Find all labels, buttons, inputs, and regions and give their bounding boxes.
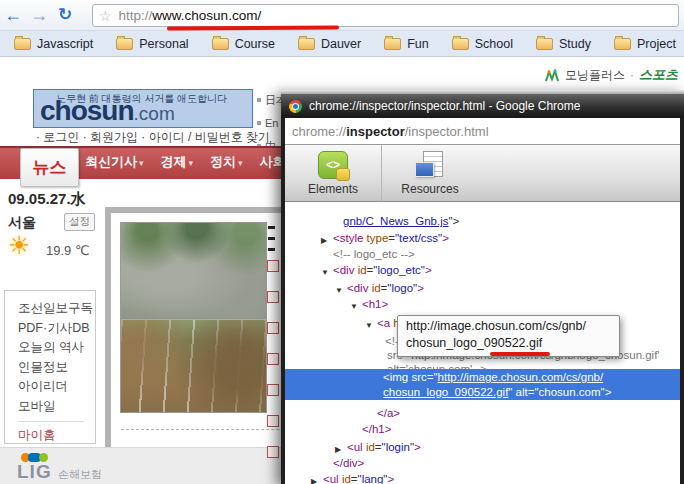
tab-label: Elements <box>308 182 358 196</box>
inspector-window[interactable]: chrome://inspector/inspector.html - Goog… <box>281 90 684 484</box>
inspector-title-bar[interactable]: chrome://inspector/inspector.html - Goog… <box>281 94 684 118</box>
tab-label: Resources <box>401 182 458 196</box>
chosun-logo-highlighted[interactable]: 노무현 前 대통령의 서거를 애도합니다 chosun.com <box>33 89 253 128</box>
bookmark-label: Study <box>559 37 591 51</box>
thumbnail-icon[interactable] <box>267 260 279 272</box>
disclosure-closed-icon[interactable]: ▶ <box>335 442 341 457</box>
sports-link[interactable]: 스포츠 <box>639 66 678 84</box>
nav-item[interactable]: 정치 <box>210 153 243 171</box>
tooltip-line: chosun_logo_090522.gif <box>406 335 611 352</box>
lig-logo-text: LIG 손해보험 <box>17 461 102 483</box>
url-host: www.chosun.com/ <box>152 8 261 23</box>
url-scheme: http:// <box>119 8 153 23</box>
bookmark-star-icon[interactable]: ☆ <box>99 8 112 24</box>
weather-setting-button[interactable]: 설정 <box>64 213 95 231</box>
side-menu-item[interactable]: 인물정보 <box>18 358 95 378</box>
window-title: chrome://inspector/inspector.html - Goog… <box>309 99 580 113</box>
dom-tree-node[interactable]: </h1> <box>285 422 680 437</box>
elements-icon: <> <box>318 151 348 179</box>
resources-icon <box>415 151 445 179</box>
disclosure-open-icon[interactable]: ▼ <box>365 318 373 333</box>
bookmark-folder[interactable]: School <box>452 37 513 51</box>
bookmark-folder[interactable]: Javascript <box>14 37 93 51</box>
forward-icon[interactable]: → <box>26 2 52 28</box>
browser-toolbar: ← → ↻ ☆ http://www.chosun.com/ <box>0 0 684 31</box>
thumbnail-icon[interactable] <box>267 353 279 365</box>
photo-rocks <box>121 223 266 319</box>
thumbnail-icon[interactable] <box>267 291 279 303</box>
thumbnail-icon[interactable] <box>267 446 279 458</box>
divider <box>18 421 84 422</box>
side-menu-item[interactable]: 모바일 <box>18 397 95 417</box>
folder-icon <box>212 38 229 50</box>
nav-item[interactable]: 경제 <box>161 153 194 171</box>
folder-icon <box>384 38 401 50</box>
bookmark-folder[interactable]: Dauver <box>298 37 361 51</box>
bookmark-folder[interactable]: Study <box>536 37 591 51</box>
folder-icon <box>14 38 31 50</box>
dom-tree-node[interactable]: gnb/C_News_Gnb.js"> <box>285 214 680 229</box>
thumbnail-icon[interactable] <box>267 415 279 427</box>
tooltip-line: http://image.chosun.com/cs/gnb/ <box>406 318 611 335</box>
dom-tree-node[interactable]: <!-- logo_etc --> <box>285 247 680 262</box>
thumbnail-icon[interactable] <box>267 322 279 334</box>
side-menu-item[interactable]: 아이리더 <box>18 377 95 397</box>
back-icon[interactable]: ← <box>0 2 26 28</box>
bookmark-label: Fun <box>407 37 429 51</box>
morningplus-link[interactable]: 모닝플러스 <box>565 67 625 84</box>
reload-icon[interactable]: ↻ <box>52 2 78 28</box>
address-bar[interactable]: ☆ http://www.chosun.com/ <box>92 4 679 27</box>
dom-tree-node[interactable]: ▼<div id="logo_etc"> <box>285 263 680 278</box>
bookmark-label: Project <box>637 37 676 51</box>
bookmark-folder[interactable]: Course <box>212 37 275 51</box>
folder-icon <box>536 38 553 50</box>
disclosure-closed-icon[interactable]: ▶ <box>311 474 317 484</box>
bookmark-folder[interactable]: Fun <box>384 37 429 51</box>
nav-item[interactable]: 최신기사 <box>85 153 144 171</box>
side-menu-item[interactable]: PDF·기사DB <box>18 319 95 339</box>
folder-icon <box>116 38 133 50</box>
red-annotation-tooltip-underline <box>490 352 550 356</box>
bookmark-label: Personal <box>139 37 188 51</box>
inspector-address-bar[interactable]: chrome://inspector/inspector.html <box>285 118 680 145</box>
sun-icon: ☀ <box>8 231 30 260</box>
disclosure-open-icon[interactable]: ▼ <box>350 299 358 314</box>
disclosure-open-icon[interactable]: ▼ <box>321 265 329 280</box>
thumbnail-icon[interactable] <box>267 384 279 396</box>
dom-tree-node[interactable]: ▶<ul id="lang"> <box>285 472 680 484</box>
bookmark-folder[interactable]: Personal <box>116 37 188 51</box>
news-tab[interactable]: 뉴스 <box>20 148 79 187</box>
myhome-link[interactable]: 마이홈 <box>18 426 95 444</box>
chrome-icon <box>289 100 302 113</box>
dom-tree-node[interactable]: ▼<h1> <box>285 297 680 312</box>
chosun-logo-text: chosun.com <box>40 96 175 128</box>
login-links[interactable]: · 로그인 · 회원가입 · 아이디 / 비밀번호 찾기 <box>36 129 270 146</box>
dom-tree-node-selected[interactable]: <img src="http://image.chosun.com/cs/gnb… <box>285 369 680 400</box>
bookmark-label: Javascript <box>37 37 93 51</box>
side-menu-item[interactable]: 조선일보구독 <box>18 299 95 319</box>
list-bullets <box>268 226 275 259</box>
square-bullet-icon <box>257 121 261 125</box>
bookmark-label: Course <box>235 37 275 51</box>
tab-resources[interactable]: Resources <box>382 145 478 201</box>
weather-city: 서울 <box>8 214 36 232</box>
site-utility-bar: 모닝플러스 · 스포츠 <box>544 66 678 84</box>
dom-tree-node[interactable]: ▼<div id="logo"> <box>285 281 680 296</box>
folder-icon <box>452 38 469 50</box>
dom-tree-node[interactable]: ▶<ul id="login"> <box>285 440 680 455</box>
separator-dot: · <box>630 68 634 82</box>
image-url-tooltip: http://image.chosun.com/cs/gnb/ chosun_l… <box>397 315 620 357</box>
side-menu-item[interactable]: 오늘의 역사 <box>18 338 95 358</box>
article-photo <box>120 222 267 413</box>
dom-tree-node[interactable]: ▶<style type="text/css"> <box>285 231 680 246</box>
date-display: 09.05.27.水 <box>8 190 86 209</box>
bookmark-folder[interactable]: Project <box>614 37 676 51</box>
folder-icon <box>298 38 315 50</box>
disclosure-open-icon[interactable]: ▼ <box>335 283 343 298</box>
disclosure-closed-icon[interactable]: ▶ <box>321 233 327 248</box>
side-menu: 조선일보구독 PDF·기사DB 오늘의 역사 인물정보 아이리더 모바일 마이홈 <box>4 290 96 444</box>
dom-tree-node[interactable]: </div> <box>285 456 680 471</box>
dom-tree-node[interactable]: </a> <box>285 406 680 421</box>
inspector-toolbar: <> Elements Resources <box>285 145 680 202</box>
tab-elements[interactable]: <> Elements <box>285 145 382 201</box>
